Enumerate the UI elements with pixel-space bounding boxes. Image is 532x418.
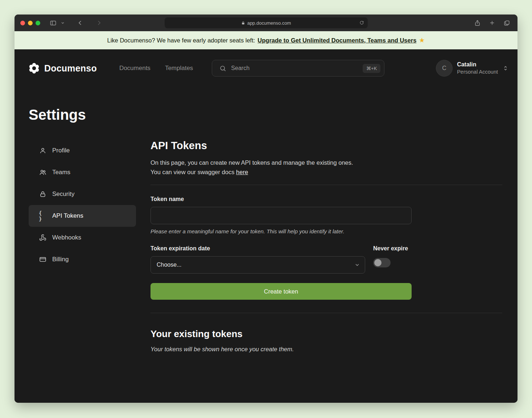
traffic-lights: [20, 21, 40, 25]
star-icon: ★: [419, 36, 425, 44]
create-token-button[interactable]: Create token: [150, 283, 412, 300]
sidebar-toggle-button[interactable]: [48, 18, 58, 28]
token-name-label: Token name: [150, 196, 412, 202]
sidebar-item-teams[interactable]: Teams: [29, 161, 136, 183]
divider: [150, 185, 502, 185]
search-placeholder: Search: [231, 65, 249, 71]
credit-card-icon: [39, 256, 47, 263]
account-type-label: Personal Account: [457, 69, 498, 75]
app-page: Documenso Documents Templates Search ⌘+K…: [15, 49, 517, 403]
close-window-button[interactable]: [20, 21, 25, 25]
section-description: On this page, you can create new API tok…: [150, 158, 502, 177]
app-header: Documenso Documents Templates Search ⌘+K…: [15, 49, 517, 87]
documenso-logo-icon: [29, 63, 40, 74]
never-expire-toggle[interactable]: [373, 258, 391, 267]
avatar-initial: C: [442, 65, 446, 71]
tab-overview-button[interactable]: [502, 18, 512, 28]
section-title: API Tokens: [150, 140, 502, 152]
braces-icon: { }: [39, 210, 47, 222]
chevron-down-icon: [61, 21, 65, 25]
sidebar-item-profile[interactable]: Profile: [29, 140, 136, 161]
users-icon: [39, 169, 47, 176]
page-title: Settings: [29, 107, 517, 123]
refresh-icon: [359, 20, 364, 25]
expiration-date-select[interactable]: Choose...: [150, 256, 365, 274]
chevron-left-icon: [77, 20, 83, 26]
user-icon: [39, 147, 47, 154]
promo-banner: Like Documenso? We have few early adopte…: [15, 31, 517, 49]
refresh-button[interactable]: [358, 19, 366, 26]
chevron-down-icon: [354, 262, 360, 268]
avatar: C: [436, 60, 453, 77]
select-value: Choose...: [157, 262, 181, 268]
sidebar-item-label: Security: [52, 190, 74, 198]
share-icon: [474, 20, 481, 26]
sidebar-item-webhooks[interactable]: Webhooks: [29, 227, 136, 249]
lock-icon: [39, 190, 47, 198]
sidebar-menu-chevron[interactable]: [59, 20, 66, 26]
plus-icon: [489, 20, 495, 26]
settings-nav: Profile Teams Security { } API Token: [29, 140, 136, 353]
nav-documents[interactable]: Documents: [119, 65, 150, 72]
sidebar-item-label: Billing: [52, 256, 69, 263]
sidebar-item-label: API Tokens: [52, 212, 83, 220]
existing-tokens-empty-text: Your tokens will be shown here once you …: [150, 346, 502, 353]
zoom-window-button[interactable]: [36, 21, 40, 25]
browser-window: app.documenso.com: [15, 15, 517, 403]
url-bar[interactable]: app.documenso.com: [165, 17, 368, 28]
existing-tokens-title: Your existing tokens: [150, 328, 502, 340]
sidebar-item-label: Profile: [52, 147, 70, 154]
sidebar-item-billing[interactable]: Billing: [29, 249, 136, 270]
search-icon: [219, 65, 226, 72]
forward-button[interactable]: [94, 18, 104, 28]
sidebar-item-security[interactable]: Security: [29, 183, 136, 205]
search-input[interactable]: Search ⌘+K: [212, 60, 384, 77]
token-name-help: Please enter a meaningful name for your …: [150, 228, 412, 234]
sidebar-icon: [50, 20, 57, 26]
promo-message: Like Documenso? We have few early adopte…: [107, 37, 255, 44]
upgrade-link[interactable]: Upgrade to Get Unlimited Documents, Team…: [257, 37, 416, 44]
tabs-icon: [503, 20, 510, 26]
sidebar-item-api-tokens[interactable]: { } API Tokens: [29, 205, 136, 227]
brand-logo-link[interactable]: Documenso: [29, 63, 97, 74]
lock-icon: [241, 21, 245, 25]
top-nav: Documents Templates: [119, 65, 193, 72]
create-token-form: Token name Please enter a meaningful nam…: [150, 196, 412, 300]
url-text: app.documenso.com: [247, 20, 291, 26]
description-line2: You can view our swagger docs: [150, 169, 236, 175]
webhook-icon: [39, 234, 47, 241]
back-button[interactable]: [75, 18, 85, 28]
browser-toolbar: app.documenso.com: [15, 15, 517, 31]
sidebar-item-label: Teams: [52, 169, 70, 176]
chevron-right-icon: [96, 20, 102, 26]
description-line1: On this page, you can create new API tok…: [150, 159, 353, 166]
minimize-window-button[interactable]: [28, 21, 33, 25]
new-tab-button[interactable]: [487, 18, 497, 28]
account-menu-button[interactable]: C Catalin Personal Account: [436, 60, 509, 77]
api-tokens-panel: API Tokens On this page, you can create …: [150, 140, 502, 353]
user-name: Catalin: [457, 61, 498, 69]
sidebar-item-label: Webhooks: [52, 234, 81, 241]
expiration-date-label: Token expiration date: [150, 245, 365, 252]
token-name-input[interactable]: [150, 207, 412, 224]
brand-name: Documenso: [44, 63, 97, 74]
divider: [150, 313, 502, 313]
nav-templates[interactable]: Templates: [165, 65, 193, 72]
swagger-docs-link[interactable]: here: [236, 169, 248, 175]
chevron-up-down-icon: [502, 65, 509, 71]
never-expire-label: Never expire: [373, 245, 412, 252]
share-button[interactable]: [473, 18, 482, 28]
search-shortcut-badge: ⌘+K: [363, 64, 380, 73]
toggle-knob: [374, 259, 382, 266]
